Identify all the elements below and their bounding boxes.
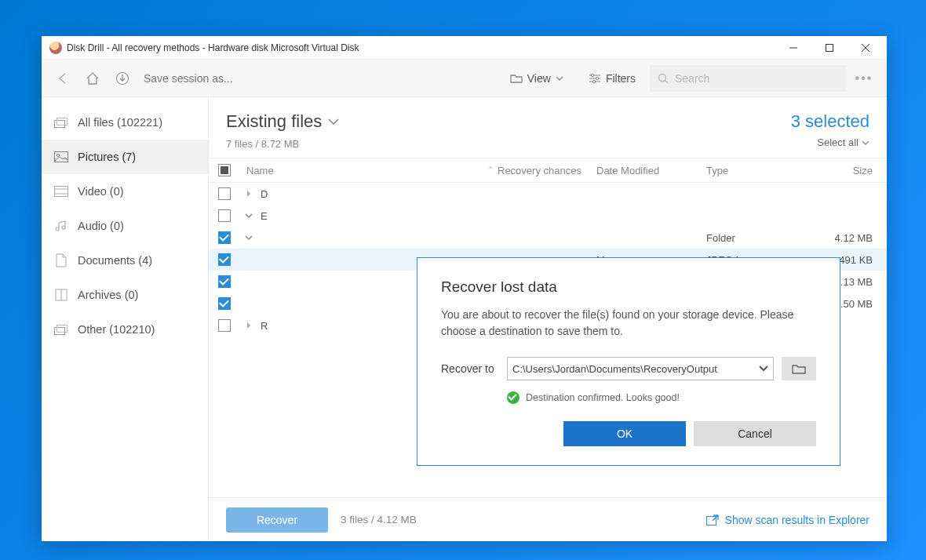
download-icon[interactable]	[109, 65, 136, 92]
svg-point-6	[596, 77, 598, 79]
svg-rect-12	[55, 152, 68, 162]
row-checkbox[interactable]	[218, 319, 231, 332]
expand-icon[interactable]	[240, 190, 257, 198]
close-button[interactable]	[848, 36, 884, 60]
sidebar: All files (102221) Pictures (7) Video (0…	[42, 97, 209, 541]
main-header: Existing files 7 files / 8.72 MB 3 selec…	[209, 97, 887, 158]
sidebar-item-label: Archives (0)	[78, 289, 138, 301]
sidebar-item-video[interactable]: Video (0)	[42, 174, 208, 209]
ok-button[interactable]: OK	[563, 421, 686, 446]
col-date[interactable]: Date Modified	[596, 165, 706, 176]
table-row[interactable]: D	[209, 183, 887, 205]
svg-point-13	[57, 155, 60, 157]
more-button[interactable]: •••	[849, 71, 879, 85]
cell-name: D	[257, 188, 498, 200]
sidebar-item-audio[interactable]: Audio (0)	[42, 209, 208, 243]
table-row[interactable]: Folder4.12 MB	[209, 227, 887, 249]
svg-rect-11	[57, 118, 67, 125]
cell-type: Folder	[706, 232, 800, 244]
selected-count: 3 selected	[791, 111, 869, 132]
footer-summary: 3 files / 4.12 MB	[341, 514, 706, 525]
title-bar: Disk Drill - All recovery methods - Hard…	[42, 36, 887, 60]
archive-icon	[54, 288, 68, 302]
col-type[interactable]: Type	[706, 165, 800, 176]
app-icon	[49, 42, 62, 54]
svg-rect-20	[57, 325, 67, 333]
sidebar-item-archives[interactable]: Archives (0)	[42, 278, 208, 312]
main-title: Existing files	[226, 111, 322, 132]
document-icon	[54, 253, 68, 267]
view-label: View	[527, 72, 551, 85]
svg-rect-23	[706, 516, 716, 525]
maximize-button[interactable]	[811, 36, 848, 60]
audio-icon	[54, 219, 68, 233]
destination-select[interactable]: C:\Users\Jordan\Documents\RecoveryOutput	[507, 357, 774, 380]
recover-to-label: Recover to	[441, 362, 499, 375]
dialog-title: Recover lost data	[441, 278, 816, 296]
svg-rect-14	[55, 187, 68, 197]
expand-icon[interactable]	[240, 212, 257, 220]
search-input[interactable]: Search	[650, 65, 846, 92]
minimize-button[interactable]	[775, 36, 811, 60]
body: All files (102221) Pictures (7) Video (0…	[42, 97, 887, 541]
stack-icon	[54, 322, 68, 336]
sort-indicator: ˄	[483, 165, 498, 176]
sidebar-item-pictures[interactable]: Pictures (7)	[42, 140, 208, 174]
sidebar-item-label: Other (102210)	[78, 323, 155, 336]
main-title-dropdown[interactable]: Existing files	[226, 111, 791, 132]
filters-button[interactable]: Filters	[578, 65, 647, 92]
cell-name: E	[257, 210, 498, 222]
browse-button[interactable]	[782, 357, 816, 380]
confirm-text: Destination confirmed. Looks good!	[526, 392, 680, 403]
save-session-button[interactable]: Save session as...	[144, 72, 496, 85]
footer: Recover 3 files / 4.12 MB Show scan resu…	[209, 497, 887, 541]
sidebar-item-label: All files (102221)	[78, 116, 162, 129]
row-checkbox[interactable]	[218, 253, 231, 266]
recover-dialog: Recover lost data You are about to recov…	[417, 257, 840, 466]
folder-icon	[792, 363, 806, 374]
select-all-checkbox[interactable]	[218, 164, 231, 176]
folder-icon	[510, 73, 523, 84]
recover-button[interactable]: Recover	[226, 507, 328, 533]
sidebar-item-label: Documents (4)	[78, 254, 152, 267]
checkmark-icon	[507, 391, 520, 404]
chevron-down-icon	[328, 118, 339, 125]
row-checkbox[interactable]	[218, 187, 231, 200]
table-row[interactable]: E	[209, 205, 887, 227]
external-icon	[706, 515, 719, 525]
sidebar-item-all[interactable]: All files (102221)	[42, 105, 208, 140]
svg-rect-10	[55, 121, 65, 128]
picture-icon	[54, 150, 68, 164]
expand-icon[interactable]	[240, 322, 257, 329]
expand-icon[interactable]	[240, 234, 257, 242]
col-size[interactable]: Size	[800, 165, 887, 176]
home-button[interactable]	[79, 65, 106, 92]
select-all-button[interactable]: Select all	[791, 136, 869, 148]
main: Existing files 7 files / 8.72 MB 3 selec…	[209, 97, 887, 541]
window-title: Disk Drill - All recovery methods - Hard…	[67, 42, 775, 53]
col-recovery[interactable]: Recovery chances	[498, 165, 596, 176]
view-dropdown[interactable]: View	[499, 65, 574, 92]
row-checkbox[interactable]	[218, 275, 231, 288]
search-placeholder: Search	[675, 72, 709, 85]
row-checkbox[interactable]	[218, 231, 231, 244]
show-in-explorer-link[interactable]: Show scan results in Explorer	[706, 514, 869, 526]
svg-point-7	[592, 80, 595, 82]
col-name[interactable]: Name	[240, 165, 483, 176]
sidebar-item-label: Video (0)	[78, 185, 124, 198]
sliders-icon	[589, 73, 601, 84]
row-checkbox[interactable]	[218, 209, 231, 222]
sidebar-item-label: Audio (0)	[78, 220, 124, 232]
table-header: Name ˄ Recovery chances Date Modified Ty…	[209, 158, 887, 183]
cancel-button[interactable]: Cancel	[694, 421, 816, 446]
stack-icon	[54, 115, 68, 129]
back-button[interactable]	[49, 65, 76, 92]
explorer-label: Show scan results in Explorer	[725, 514, 869, 526]
chevron-down-icon	[862, 140, 869, 145]
sidebar-item-other[interactable]: Other (102210)	[42, 312, 208, 347]
dialog-desc: You are about to recover the file(s) fou…	[441, 307, 816, 340]
select-all-label: Select all	[817, 136, 859, 148]
row-checkbox[interactable]	[218, 297, 231, 310]
search-icon	[658, 73, 669, 84]
sidebar-item-documents[interactable]: Documents (4)	[42, 243, 208, 278]
